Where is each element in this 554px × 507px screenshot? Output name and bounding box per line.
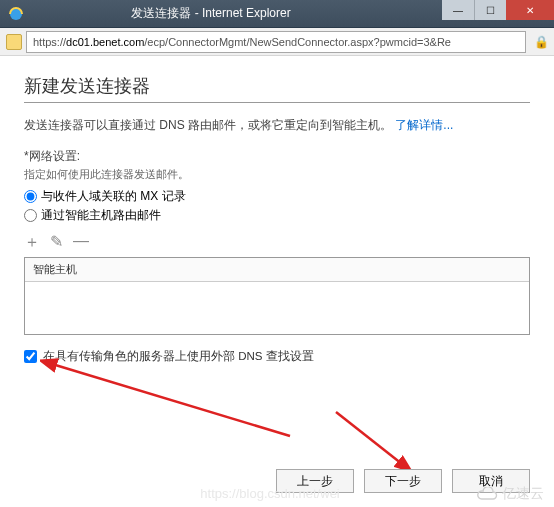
external-dns-label: 在具有传输角色的服务器上使用外部 DNS 查找设置 bbox=[43, 349, 314, 364]
radio-smarthost[interactable] bbox=[24, 209, 37, 222]
add-icon[interactable]: ＋ bbox=[24, 232, 40, 253]
maximize-button[interactable]: ☐ bbox=[474, 0, 506, 20]
intro-text: 发送连接器可以直接通过 DNS 路由邮件，或将它重定向到智能主机。 了解详情..… bbox=[24, 117, 530, 134]
list-header: 智能主机 bbox=[25, 258, 529, 282]
window-title: 发送连接器 - Internet Explorer bbox=[0, 5, 442, 22]
url-field[interactable]: https://dc01.benet.com/ecp/ConnectorMgmt… bbox=[26, 31, 526, 53]
lock-icon: 🔒 bbox=[534, 35, 548, 49]
external-dns-checkbox[interactable] bbox=[24, 350, 37, 363]
radio-mx-label: 与收件人域关联的 MX 记录 bbox=[41, 188, 186, 205]
smarthost-listbox[interactable]: 智能主机 bbox=[24, 257, 530, 335]
radio-mx-row[interactable]: 与收件人域关联的 MX 记录 bbox=[24, 188, 530, 205]
window-titlebar: 发送连接器 - Internet Explorer — ☐ ✕ bbox=[0, 0, 554, 28]
radio-mx[interactable] bbox=[24, 190, 37, 203]
list-toolbar: ＋ ✎ — bbox=[24, 232, 530, 253]
radio-smarthost-row[interactable]: 通过智能主机路由邮件 bbox=[24, 207, 530, 224]
annotation-arrow-2 bbox=[330, 406, 420, 476]
url-host: dc01.benet.com bbox=[66, 36, 144, 48]
remove-icon[interactable]: — bbox=[73, 232, 89, 253]
window-controls: — ☐ ✕ bbox=[442, 0, 554, 27]
close-button[interactable]: ✕ bbox=[506, 0, 554, 20]
back-button[interactable]: 上一步 bbox=[276, 469, 354, 493]
radio-smarthost-label: 通过智能主机路由邮件 bbox=[41, 207, 161, 224]
url-prefix: https:// bbox=[33, 36, 66, 48]
minimize-button[interactable]: — bbox=[442, 0, 474, 20]
network-settings-sublabel: 指定如何使用此连接器发送邮件。 bbox=[24, 167, 530, 182]
page-content: 新建发送连接器 发送连接器可以直接通过 DNS 路由邮件，或将它重定向到智能主机… bbox=[0, 56, 554, 507]
next-button[interactable]: 下一步 bbox=[364, 469, 442, 493]
title-divider bbox=[24, 102, 530, 103]
footer-buttons: 上一步 下一步 取消 bbox=[276, 469, 530, 493]
annotation-arrow-1 bbox=[40, 356, 300, 446]
address-bar: https://dc01.benet.com/ecp/ConnectorMgmt… bbox=[0, 28, 554, 56]
url-path: /ecp/ConnectorMgmt/NewSendConnector.aspx… bbox=[144, 36, 451, 48]
page-icon bbox=[6, 34, 22, 50]
cancel-button[interactable]: 取消 bbox=[452, 469, 530, 493]
external-dns-checkbox-row[interactable]: 在具有传输角色的服务器上使用外部 DNS 查找设置 bbox=[24, 349, 530, 364]
page-title: 新建发送连接器 bbox=[24, 74, 530, 98]
network-settings-label: *网络设置: bbox=[24, 148, 530, 165]
edit-icon[interactable]: ✎ bbox=[50, 232, 63, 253]
learn-more-link[interactable]: 了解详情... bbox=[395, 118, 453, 132]
